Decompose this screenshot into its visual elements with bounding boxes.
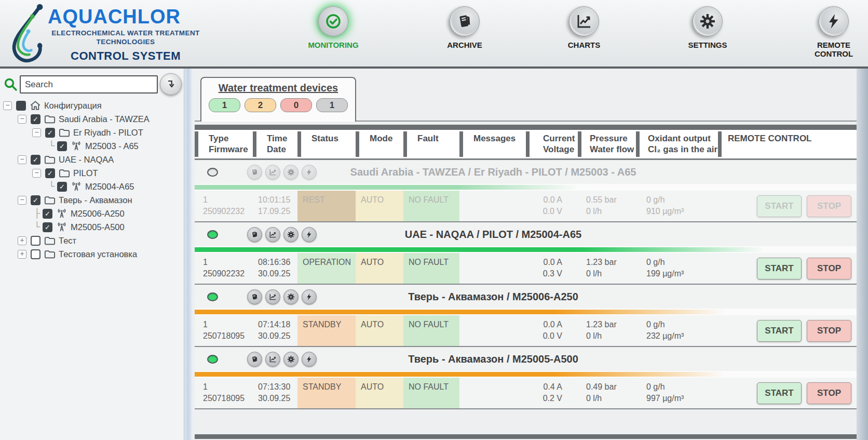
device-flow: 0 l/h — [586, 330, 636, 342]
device-settings-button[interactable] — [283, 352, 299, 367]
tree-node-тверь-аквамазон[interactable]: − Тверь - Аквамазон — [0, 193, 184, 207]
stop-button[interactable]: STOP — [807, 382, 851, 404]
search-input[interactable] — [20, 75, 158, 94]
tree-expander[interactable]: − — [18, 196, 26, 205]
tree-node-er-riyadh-pilot[interactable]: − Er Riyadh - PILOT — [0, 126, 184, 139]
tree-checkbox[interactable] — [31, 249, 40, 259]
nav-icon[interactable] — [819, 6, 849, 36]
water-treatment-devices-tab[interactable]: Water treatment devices 1201 — [200, 77, 356, 122]
tree-checkbox[interactable] — [57, 182, 67, 192]
tree-node-m25003-a65[interactable]: └ M25003 - A65 — [0, 139, 184, 153]
tree-node-uae-naqaa[interactable]: − UAE - NAQAA — [0, 153, 184, 166]
tree-checkbox[interactable] — [31, 195, 40, 205]
tree-checkbox[interactable] — [57, 141, 67, 151]
tree-node-icon — [59, 127, 70, 138]
nav-icon[interactable] — [318, 6, 348, 36]
tree-node-pilot[interactable]: − PILOT — [0, 166, 184, 180]
device-firmware: 250718095 — [203, 393, 253, 404]
device-remote-button[interactable] — [302, 165, 317, 180]
nav-item-settings[interactable]: SETTINGS — [675, 6, 740, 49]
tree-collapse-button[interactable] — [160, 73, 182, 95]
tree-checkbox[interactable] — [45, 168, 55, 178]
device-archive-button[interactable] — [247, 165, 262, 180]
tree-expander[interactable]: − — [3, 101, 12, 110]
device-time: 08:16:36 — [258, 257, 297, 268]
device-settings-button[interactable] — [283, 165, 299, 180]
nav-icon[interactable] — [693, 6, 723, 36]
device-remote-button[interactable] — [302, 352, 317, 367]
tree-expander[interactable]: − — [32, 169, 41, 178]
check-circle-icon — [325, 13, 342, 30]
nav-item-monitoring[interactable]: MONITORING — [301, 6, 365, 49]
devices-table: TypeFirmwareTimeDateStatusModeFaultMessa… — [195, 125, 857, 409]
tree-node-тестовая-установка[interactable]: + Тестовая установка — [0, 247, 184, 261]
tree-checkbox[interactable] — [45, 128, 55, 138]
device-header: Saudi Arabia - TAWZEA / Er Riyadh - PILO… — [195, 160, 857, 184]
bolt-icon — [305, 168, 313, 176]
nav-item-archive[interactable]: ARCHIVE — [432, 6, 497, 49]
tree-node-m25005-a500[interactable]: └ M25005-A500 — [0, 220, 184, 234]
gear-icon — [287, 293, 295, 301]
tree-checkbox[interactable] — [31, 114, 40, 124]
tree-expander[interactable]: − — [18, 155, 26, 164]
device-archive-button[interactable] — [247, 352, 262, 367]
brand-subtitle: ELECTROCHEMICAL WATER TREATMENT TECHNOLO… — [48, 29, 204, 46]
tree-expander[interactable]: − — [32, 128, 41, 137]
bolt-icon — [305, 355, 313, 363]
chart-icon — [576, 13, 592, 30]
device-charts-button[interactable] — [265, 227, 280, 242]
tree-node-тест[interactable]: + Тест — [0, 234, 184, 247]
nav-icon[interactable] — [569, 6, 599, 36]
device-charts-button[interactable] — [265, 352, 280, 367]
status-count-badge: 1 — [316, 98, 348, 112]
sidebar-scrollbar[interactable] — [184, 69, 193, 440]
nav-item-remote[interactable]: REMOTE CONTROL — [802, 6, 866, 58]
device-title: Saudi Arabia - TAWZEA / Er Riyadh - PILO… — [317, 166, 670, 178]
device-charts-button[interactable] — [265, 289, 280, 304]
start-button[interactable]: START — [757, 320, 802, 342]
folder-icon — [59, 127, 70, 138]
tree-expander[interactable]: + — [18, 236, 26, 245]
nav-icon[interactable] — [450, 6, 480, 36]
brand-title: AQUACHLOR — [48, 6, 204, 27]
nav-label: REMOTE CONTROL — [802, 41, 866, 58]
tree-expander[interactable]: − — [18, 115, 26, 124]
start-button[interactable]: START — [757, 382, 802, 404]
device-messages — [459, 315, 526, 346]
device-charts-button[interactable] — [265, 165, 280, 180]
tree-expander[interactable]: + — [18, 250, 26, 259]
tree-connector: └ — [47, 181, 56, 192]
device-archive-button[interactable] — [247, 289, 262, 304]
tree-node-saudi-arabia-tawzea[interactable]: − Saudi Arabia - TAWZEA — [0, 112, 184, 126]
book-icon — [251, 231, 259, 238]
device-settings-button[interactable] — [283, 227, 299, 242]
device-remote-button[interactable] — [302, 227, 317, 242]
tree-node-m25006-a250[interactable]: ├ M25006-A250 — [0, 207, 184, 220]
start-button[interactable]: START — [757, 258, 802, 279]
tree-checkbox[interactable] — [16, 101, 26, 111]
stop-button[interactable]: STOP — [807, 258, 851, 279]
tree-connector: └ — [47, 141, 56, 151]
device-header: UAE - NAQAA / PILOT / M25004-A65 — [195, 222, 857, 246]
tree-node-label: Конфигурация — [44, 101, 102, 111]
tree-node-icon — [44, 195, 56, 205]
device-gas: 232 µg/m³ — [646, 330, 718, 342]
stop-button[interactable]: STOP — [807, 195, 851, 217]
tree-checkbox[interactable] — [31, 236, 40, 246]
gear-icon — [287, 355, 295, 363]
column-header: Messages — [459, 131, 526, 157]
stop-button[interactable]: STOP — [807, 320, 851, 342]
device-settings-button[interactable] — [283, 289, 299, 304]
device-remote-button[interactable] — [302, 289, 317, 304]
start-button[interactable]: START — [757, 195, 802, 217]
nav-item-charts[interactable]: CHARTS — [552, 6, 616, 49]
device-fault: NO FAULT — [403, 191, 459, 221]
tree-node-m25004-a65[interactable]: └ M25004-A65 — [0, 180, 184, 193]
device-progress-track — [195, 371, 857, 378]
device-voltage: 0.0 V — [526, 206, 562, 217]
tree-checkbox[interactable] — [43, 222, 52, 232]
tree-node-конфигурация[interactable]: − Конфигурация — [0, 99, 184, 112]
tree-checkbox[interactable] — [31, 155, 40, 165]
tree-checkbox[interactable] — [43, 209, 52, 219]
device-archive-button[interactable] — [247, 227, 262, 242]
